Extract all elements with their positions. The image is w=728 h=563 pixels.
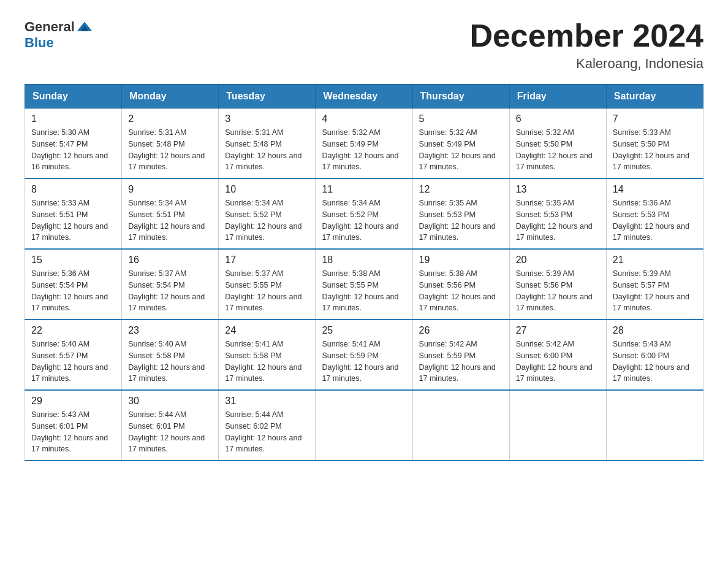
day-info: Sunrise: 5:42 AMSunset: 6:00 PMDaylight:… [516, 339, 600, 385]
day-info: Sunrise: 5:35 AMSunset: 5:53 PMDaylight:… [516, 197, 600, 243]
day-info: Sunrise: 5:31 AMSunset: 5:48 PMDaylight:… [225, 127, 309, 173]
day-number: 5 [419, 113, 503, 124]
day-info: Sunrise: 5:36 AMSunset: 5:54 PMDaylight:… [31, 268, 115, 314]
day-number: 18 [322, 255, 406, 266]
calendar-cell: 15Sunrise: 5:36 AMSunset: 5:54 PMDayligh… [25, 249, 122, 320]
calendar-table: SundayMondayTuesdayWednesdayThursdayFrid… [25, 84, 703, 461]
day-number: 11 [322, 184, 406, 195]
day-info: Sunrise: 5:43 AMSunset: 6:01 PMDaylight:… [31, 409, 115, 455]
day-number: 25 [322, 325, 406, 336]
day-number: 20 [516, 255, 600, 266]
location-subtitle: Kaleroang, Indonesia [469, 56, 703, 72]
calendar-cell: 7Sunrise: 5:33 AMSunset: 5:50 PMDaylight… [606, 109, 703, 179]
day-info: Sunrise: 5:40 AMSunset: 5:58 PMDaylight:… [128, 339, 212, 385]
day-info: Sunrise: 5:33 AMSunset: 5:50 PMDaylight:… [613, 127, 697, 173]
day-info: Sunrise: 5:34 AMSunset: 5:52 PMDaylight:… [322, 197, 406, 243]
day-number: 15 [31, 255, 115, 266]
calendar-cell: 8Sunrise: 5:33 AMSunset: 5:51 PMDaylight… [25, 178, 122, 249]
day-info: Sunrise: 5:44 AMSunset: 6:01 PMDaylight:… [128, 409, 212, 455]
weekday-header-row: SundayMondayTuesdayWednesdayThursdayFrid… [25, 85, 703, 109]
calendar-cell: 29Sunrise: 5:43 AMSunset: 6:01 PMDayligh… [25, 390, 122, 461]
calendar-cell: 1Sunrise: 5:30 AMSunset: 5:47 PMDaylight… [25, 109, 122, 179]
calendar-cell: 4Sunrise: 5:32 AMSunset: 5:49 PMDaylight… [316, 109, 412, 179]
day-number: 31 [225, 396, 309, 407]
calendar-cell: 9Sunrise: 5:34 AMSunset: 5:51 PMDaylight… [122, 178, 219, 249]
day-info: Sunrise: 5:43 AMSunset: 6:00 PMDaylight:… [613, 339, 697, 385]
day-number: 22 [31, 325, 115, 336]
day-info: Sunrise: 5:30 AMSunset: 5:47 PMDaylight:… [31, 127, 115, 173]
weekday-header-monday: Monday [122, 85, 219, 109]
calendar-cell: 25Sunrise: 5:41 AMSunset: 5:59 PMDayligh… [316, 320, 412, 390]
calendar-cell: 18Sunrise: 5:38 AMSunset: 5:55 PMDayligh… [316, 249, 412, 320]
calendar-cell: 31Sunrise: 5:44 AMSunset: 6:02 PMDayligh… [219, 390, 316, 461]
calendar-cell: 5Sunrise: 5:32 AMSunset: 5:49 PMDaylight… [412, 109, 509, 179]
day-info: Sunrise: 5:42 AMSunset: 5:59 PMDaylight:… [419, 339, 503, 385]
title-block: December 2024 Kaleroang, Indonesia [469, 18, 703, 72]
calendar-cell: 3Sunrise: 5:31 AMSunset: 5:48 PMDaylight… [219, 109, 316, 179]
logo-icon [76, 18, 93, 36]
day-number: 12 [419, 184, 503, 195]
calendar-week-row: 1Sunrise: 5:30 AMSunset: 5:47 PMDaylight… [25, 109, 703, 179]
day-number: 14 [613, 184, 697, 195]
calendar-cell: 17Sunrise: 5:37 AMSunset: 5:55 PMDayligh… [219, 249, 316, 320]
calendar-cell: 22Sunrise: 5:40 AMSunset: 5:57 PMDayligh… [25, 320, 122, 390]
weekday-header-thursday: Thursday [412, 85, 509, 109]
day-number: 10 [225, 184, 309, 195]
day-info: Sunrise: 5:34 AMSunset: 5:51 PMDaylight:… [128, 197, 212, 243]
calendar-cell: 27Sunrise: 5:42 AMSunset: 6:00 PMDayligh… [509, 320, 606, 390]
day-number: 4 [322, 113, 406, 124]
calendar-cell: 10Sunrise: 5:34 AMSunset: 5:52 PMDayligh… [219, 178, 316, 249]
day-info: Sunrise: 5:44 AMSunset: 6:02 PMDaylight:… [225, 409, 309, 455]
month-title: December 2024 [469, 18, 703, 53]
calendar-cell: 11Sunrise: 5:34 AMSunset: 5:52 PMDayligh… [316, 178, 412, 249]
day-info: Sunrise: 5:39 AMSunset: 5:56 PMDaylight:… [516, 268, 600, 314]
weekday-header-saturday: Saturday [606, 85, 703, 109]
calendar-cell: 28Sunrise: 5:43 AMSunset: 6:00 PMDayligh… [606, 320, 703, 390]
day-info: Sunrise: 5:35 AMSunset: 5:53 PMDaylight:… [419, 197, 503, 243]
day-number: 7 [613, 113, 697, 124]
day-info: Sunrise: 5:32 AMSunset: 5:49 PMDaylight:… [419, 127, 503, 173]
day-number: 23 [128, 325, 212, 336]
calendar-cell: 26Sunrise: 5:42 AMSunset: 5:59 PMDayligh… [412, 320, 509, 390]
weekday-header-sunday: Sunday [25, 85, 122, 109]
calendar-week-row: 29Sunrise: 5:43 AMSunset: 6:01 PMDayligh… [25, 390, 703, 461]
day-number: 13 [516, 184, 600, 195]
day-number: 28 [613, 325, 697, 336]
day-number: 2 [128, 113, 212, 124]
calendar-cell [316, 390, 412, 461]
weekday-header-tuesday: Tuesday [219, 85, 316, 109]
calendar-cell [412, 390, 509, 461]
day-info: Sunrise: 5:32 AMSunset: 5:49 PMDaylight:… [322, 127, 406, 173]
calendar-week-row: 15Sunrise: 5:36 AMSunset: 5:54 PMDayligh… [25, 249, 703, 320]
day-info: Sunrise: 5:37 AMSunset: 5:55 PMDaylight:… [225, 268, 309, 314]
calendar-cell [606, 390, 703, 461]
day-info: Sunrise: 5:32 AMSunset: 5:50 PMDaylight:… [516, 127, 600, 173]
logo-blue: Blue [25, 36, 54, 50]
day-number: 26 [419, 325, 503, 336]
calendar-week-row: 8Sunrise: 5:33 AMSunset: 5:51 PMDaylight… [25, 178, 703, 249]
weekday-header-friday: Friday [509, 85, 606, 109]
day-info: Sunrise: 5:38 AMSunset: 5:55 PMDaylight:… [322, 268, 406, 314]
calendar-cell: 24Sunrise: 5:41 AMSunset: 5:58 PMDayligh… [219, 320, 316, 390]
day-number: 6 [516, 113, 600, 124]
day-number: 30 [128, 396, 212, 407]
calendar-cell: 23Sunrise: 5:40 AMSunset: 5:58 PMDayligh… [122, 320, 219, 390]
day-number: 9 [128, 184, 212, 195]
day-number: 21 [613, 255, 697, 266]
logo: General Blue [25, 18, 93, 50]
day-info: Sunrise: 5:37 AMSunset: 5:54 PMDaylight:… [128, 268, 212, 314]
calendar-cell: 12Sunrise: 5:35 AMSunset: 5:53 PMDayligh… [412, 178, 509, 249]
day-info: Sunrise: 5:41 AMSunset: 5:59 PMDaylight:… [322, 339, 406, 385]
calendar-cell: 30Sunrise: 5:44 AMSunset: 6:01 PMDayligh… [122, 390, 219, 461]
calendar-week-row: 22Sunrise: 5:40 AMSunset: 5:57 PMDayligh… [25, 320, 703, 390]
day-number: 24 [225, 325, 309, 336]
page-header: General Blue December 2024 Kaleroang, In… [25, 18, 703, 72]
day-info: Sunrise: 5:33 AMSunset: 5:51 PMDaylight:… [31, 197, 115, 243]
calendar-cell [509, 390, 606, 461]
day-info: Sunrise: 5:41 AMSunset: 5:58 PMDaylight:… [225, 339, 309, 385]
calendar-cell: 2Sunrise: 5:31 AMSunset: 5:48 PMDaylight… [122, 109, 219, 179]
day-number: 8 [31, 184, 115, 195]
day-number: 19 [419, 255, 503, 266]
calendar-cell: 21Sunrise: 5:39 AMSunset: 5:57 PMDayligh… [606, 249, 703, 320]
day-number: 16 [128, 255, 212, 266]
